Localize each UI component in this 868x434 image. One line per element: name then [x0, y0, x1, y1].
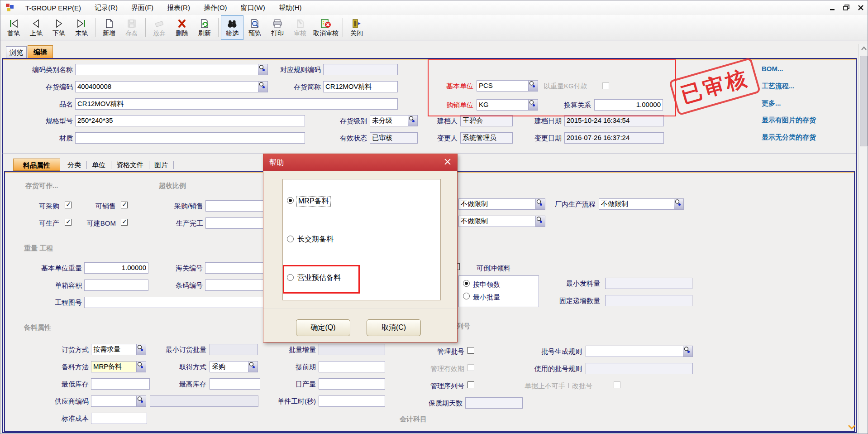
tab-classification[interactable]: 分类	[64, 159, 85, 171]
print-button[interactable]: 打印	[266, 15, 289, 40]
purchasable-checkbox[interactable]	[65, 202, 72, 208]
std-cost-field[interactable]	[91, 413, 147, 424]
lookup-icon[interactable]	[136, 344, 146, 355]
by-request-radio[interactable]	[463, 280, 470, 287]
product-name-field[interactable]: CR12MOV精料	[75, 98, 398, 110]
close-form-button[interactable]: 关闭	[345, 15, 368, 40]
conversion-field[interactable]: 1.00000	[594, 99, 663, 111]
minimize-button[interactable]	[828, 3, 838, 12]
link-more[interactable]: 更多...	[762, 99, 781, 108]
lookup-icon[interactable]	[248, 362, 258, 372]
prev-record-button[interactable]: 上笔	[25, 15, 48, 40]
preview-button[interactable]: 预览	[243, 15, 266, 40]
unit-work-time-field[interactable]	[319, 395, 385, 407]
batch-rule-field[interactable]	[586, 346, 693, 357]
option-mrp-radio[interactable]	[287, 197, 294, 204]
material-field[interactable]	[75, 132, 305, 144]
save-button[interactable]: 存盘	[120, 15, 143, 40]
order-mode-field[interactable]: 按需求量	[91, 344, 146, 355]
restriction-field-2[interactable]: 不做限制	[458, 216, 545, 227]
restriction-field-1[interactable]: 不做限制	[458, 198, 545, 210]
sellable-checkbox[interactable]	[121, 202, 128, 208]
ok-button[interactable]: 确定(Q)	[296, 319, 350, 336]
manage-validity-checkbox[interactable]	[467, 364, 474, 371]
producible-checkbox[interactable]	[65, 219, 72, 226]
lookup-icon[interactable]	[136, 362, 146, 372]
help-dialog-titlebar[interactable]: 帮助	[263, 154, 457, 171]
cancel-button[interactable]: 取消(C)	[367, 319, 421, 336]
scrollbar-thumb[interactable]	[860, 56, 868, 146]
chevron-down-icon[interactable]	[848, 424, 856, 432]
no-manual-batch-checkbox[interactable]	[614, 381, 620, 388]
fixed-increment-field[interactable]	[605, 295, 692, 306]
option-mrp-label[interactable]: MRP备料	[296, 196, 331, 207]
shelf-life-field[interactable]	[465, 397, 523, 409]
acquire-mode-field[interactable]: 采购	[210, 361, 258, 372]
trade-unit-field[interactable]: KG	[477, 99, 538, 111]
item-code-field[interactable]: 400400008	[75, 81, 268, 92]
dialog-close-icon[interactable]	[444, 158, 451, 167]
discard-button[interactable]: 放弃	[148, 15, 171, 40]
tab-qualification-files[interactable]: 资格文件	[113, 159, 147, 171]
supplier-code-field[interactable]	[91, 395, 146, 407]
new-button[interactable]: 新增	[98, 15, 120, 40]
bomable-checkbox[interactable]	[121, 219, 128, 226]
daily-output-field[interactable]	[319, 378, 385, 390]
option-long-lead-label[interactable]: 长交期备料	[297, 235, 334, 244]
min-batch-radio[interactable]	[463, 293, 470, 299]
vertical-scrollbar[interactable]	[858, 44, 868, 434]
tab-item-attributes[interactable]: 料品属性	[13, 159, 60, 171]
code-category-field[interactable]	[75, 64, 268, 75]
lookup-icon[interactable]	[674, 199, 683, 209]
option-long-lead-radio[interactable]	[287, 236, 294, 242]
box-volume-field[interactable]	[84, 280, 148, 291]
tab-edit[interactable]: 编辑	[28, 45, 53, 58]
cancel-audit-button[interactable]: 取消审核	[311, 15, 340, 40]
manage-serial-checkbox[interactable]	[467, 381, 474, 388]
menu-window[interactable]: 窗口(W)	[234, 0, 272, 15]
item-level-field[interactable]: 未分级	[370, 115, 418, 126]
lookup-icon[interactable]	[528, 100, 538, 110]
last-record-button[interactable]: 末笔	[70, 15, 93, 40]
filter-button[interactable]: 筛选	[221, 15, 243, 40]
factory-flow-field[interactable]: 不做限制	[599, 198, 684, 210]
lookup-icon[interactable]	[683, 346, 692, 357]
link-show-with-image[interactable]: 显示有图片的存货	[762, 116, 816, 125]
manage-batch-checkbox[interactable]	[467, 347, 474, 354]
tab-images[interactable]: 图片	[151, 159, 172, 171]
menu-app[interactable]: T-GROUP ERP(E)	[19, 0, 88, 15]
first-record-button[interactable]: 首笔	[2, 15, 25, 40]
link-process-flow[interactable]: 工艺流程...	[762, 82, 795, 91]
menu-report[interactable]: 报表(R)	[160, 0, 197, 15]
lookup-icon[interactable]	[408, 116, 417, 126]
prep-method-field[interactable]: MRP备料	[91, 361, 146, 372]
lookup-icon[interactable]	[528, 81, 538, 91]
tab-browse[interactable]: 浏览	[6, 46, 27, 58]
audit-button[interactable]: 审核	[289, 15, 311, 40]
close-window-button[interactable]	[856, 3, 866, 12]
lookup-icon[interactable]	[136, 396, 146, 406]
refresh-button[interactable]: 刷新	[193, 15, 216, 40]
link-bom[interactable]: BOM...	[762, 65, 783, 72]
next-record-button[interactable]: 下笔	[48, 15, 70, 40]
option-business-forecast-label[interactable]: 营业预估备料	[297, 273, 341, 283]
min-issue-field[interactable]	[605, 278, 692, 289]
delete-button[interactable]: 删除	[171, 15, 193, 40]
link-show-unclassified[interactable]: 显示无分类的存货	[762, 133, 816, 142]
rule-code-field[interactable]	[323, 64, 398, 75]
menu-interface[interactable]: 界面(F)	[124, 0, 160, 15]
tab-units[interactable]: 单位	[88, 159, 109, 171]
lead-time-field[interactable]	[319, 361, 385, 372]
menu-record[interactable]: 记录(R)	[88, 0, 124, 15]
base-unit-field[interactable]: PCS	[477, 80, 538, 92]
base-unit-weight-field[interactable]: 1.00000	[84, 262, 148, 274]
restore-button[interactable]	[841, 3, 851, 12]
max-stock-field[interactable]	[210, 378, 260, 390]
pay-by-kg-checkbox[interactable]	[602, 82, 609, 89]
menu-help[interactable]: 帮助(H)	[272, 0, 309, 15]
lookup-icon[interactable]	[535, 216, 545, 227]
min-stock-field[interactable]	[91, 378, 150, 390]
menu-operate[interactable]: 操作(O)	[197, 0, 234, 15]
option-business-forecast-radio[interactable]	[287, 274, 294, 281]
spec-model-field[interactable]: 250*240*35	[75, 115, 305, 126]
